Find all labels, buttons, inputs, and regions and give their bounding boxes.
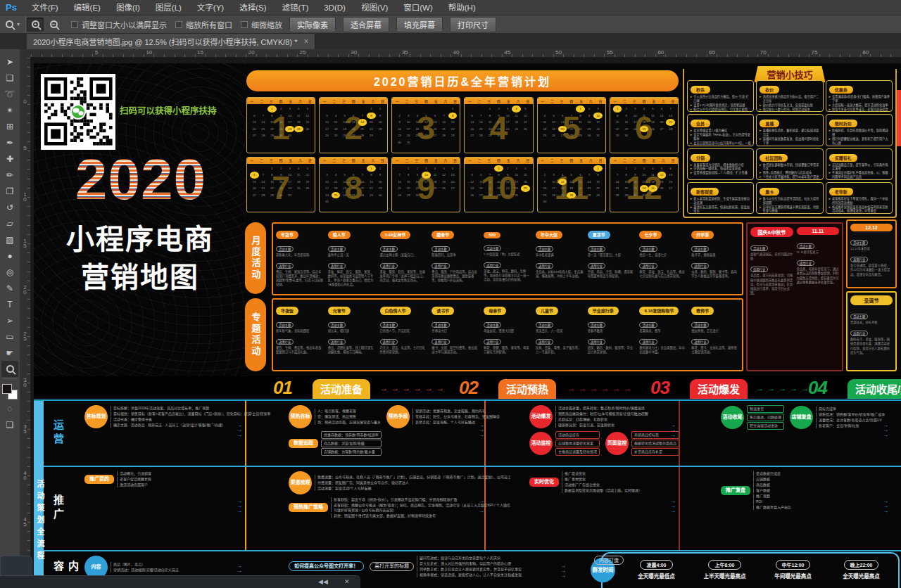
- document-tab[interactable]: 2020小程序电商营销地图.jpg @ 12.5% (扫码可以获得小程序扶持, …: [27, 34, 315, 49]
- blur-tool[interactable]: ●: [1, 248, 18, 264]
- checkbox-1[interactable]: [175, 21, 182, 28]
- menu-item-图层[interactable]: 图层(L): [148, 0, 189, 15]
- quick-mask-button[interactable]: ◌: [1, 400, 18, 416]
- day-cell: 11: [521, 172, 530, 179]
- day-cell: 20: [250, 185, 259, 192]
- pen-tool[interactable]: ✎: [1, 280, 18, 296]
- festival-box-12.12: 12.12活动主题12.12年末狂欢适用行业各行业通用，延续双11热度，作12月…: [850, 224, 893, 277]
- month-card-1: 一二三四五六日112345678910111213141516171819202…: [246, 97, 315, 153]
- day-cell: 21: [567, 126, 576, 133]
- day-cell: 5: [467, 172, 477, 179]
- checkbox-label: 调整窗口大小以满屏显示: [82, 19, 167, 30]
- day-cell: 24: [593, 126, 603, 133]
- day-cell: 10: [549, 179, 558, 186]
- options-button-填充屏幕[interactable]: 填充屏幕: [396, 17, 443, 32]
- festival-card-读书节: 读书节活动主题世界读书日适用行业图书、文创、知识付费等，推出阅读书单与满减活动。: [429, 301, 481, 369]
- close-icon[interactable]: ✕: [344, 578, 350, 585]
- path-selection-tool[interactable]: ➢: [1, 312, 18, 328]
- hruler-tick: 75: [812, 49, 818, 56]
- menu-item-图像[interactable]: 图像(I): [108, 0, 148, 15]
- mindmap-items: 目标完成率销售情况：销售额/客单价/转化率/推广成本流量情况：总访客数/各渠道占…: [816, 407, 885, 428]
- month-weekday-row: 一二三四五六日: [392, 98, 460, 104]
- menu-item-选择[interactable]: 选择(S): [232, 0, 274, 15]
- day-cell: 15: [494, 179, 503, 186]
- vruler-tick: 30: [22, 377, 28, 387]
- industry-tag: 适用行业: [639, 263, 657, 269]
- mindmap-item: 营销活动：优惠券预发、定金膨胀、预约有礼: [412, 409, 500, 414]
- options-button-实际像素[interactable]: 实际像素: [289, 17, 336, 32]
- checkbox-0[interactable]: [71, 21, 78, 28]
- day-cell: 7: [259, 172, 268, 179]
- month-days: 1234567891011121314151617181920212223242…: [392, 104, 460, 147]
- bottom-overlay-strip[interactable]: ◀◀ ✕: [0, 575, 360, 588]
- tab-close-icon[interactable]: ×: [303, 37, 308, 46]
- zoom-tool-preset[interactable]: ▾: [0, 15, 26, 33]
- quick-selection-tool[interactable]: ✴: [1, 102, 18, 118]
- menu-item-文件[interactable]: 文件(F): [24, 0, 66, 15]
- marquee-tool[interactable]: ❏: [1, 70, 18, 86]
- dodge-tool[interactable]: ◎: [1, 264, 18, 280]
- menu-item-窗口[interactable]: 窗口(W): [396, 0, 441, 15]
- clone-stamp-tool[interactable]: ❐: [1, 183, 18, 199]
- document-canvas[interactable]: 扫码可以获得小程序扶持 2020 小程序电商 营销地图 2020营销日历&全年营…: [31, 58, 901, 588]
- day-cell: 11: [332, 179, 341, 186]
- weekday: 一: [396, 158, 399, 162]
- day-cell: 30: [585, 132, 594, 139]
- foreground-color[interactable]: [2, 384, 12, 394]
- bottom-overlay-tab[interactable]: [0, 556, 32, 576]
- day-cell: 26: [521, 126, 530, 133]
- brush-tool[interactable]: ✏: [1, 167, 18, 183]
- rewind-icon[interactable]: ◀◀: [318, 578, 328, 585]
- color-swatches[interactable]: [1, 383, 18, 400]
- vertical-ruler[interactable]: 051015202530354045: [20, 58, 31, 588]
- horizontal-ruler[interactable]: 5101520253035404550556065707580: [31, 49, 901, 58]
- menu-item-编辑[interactable]: 编辑(E): [66, 0, 108, 15]
- type-tool[interactable]: T: [1, 296, 18, 312]
- shape-tool[interactable]: ▭: [1, 328, 18, 345]
- festival-card-开学季: 开学季活动主题秋开学，焕新装备适用行业文具、数码、服饰、图书等，面向学生人群推出…: [689, 225, 741, 293]
- eraser-tool[interactable]: ▱: [1, 215, 18, 231]
- menu-item-滤镜[interactable]: 滤镜(T): [275, 0, 317, 15]
- lasso-tool[interactable]: ➰: [1, 86, 18, 102]
- menu-item-帮助[interactable]: 帮助(H): [441, 0, 484, 15]
- day-cell: 3: [631, 106, 640, 113]
- day-cell: 25: [332, 192, 341, 199]
- zoom-out-button[interactable]: −: [45, 18, 62, 32]
- menu-item-视图[interactable]: 视图(V): [353, 0, 396, 15]
- theme-tag: 活动主题: [850, 240, 868, 245]
- healing-brush-tool[interactable]: ✚: [1, 151, 18, 167]
- options-button-适合屏幕[interactable]: 适合屏幕: [343, 17, 389, 32]
- month-weekday-row: 一二三四五六日: [610, 158, 678, 164]
- weekday: 三: [560, 99, 564, 103]
- theme-tag: 活动主题: [328, 322, 346, 328]
- checkbox-2[interactable]: [241, 21, 248, 28]
- day-cell: 28: [486, 192, 495, 199]
- history-brush-tool[interactable]: ↺: [1, 199, 18, 215]
- menu-item-文字[interactable]: 文字(Y): [189, 0, 232, 15]
- zoom-tool[interactable]: [1, 361, 18, 377]
- tip-label: 秒杀: [691, 86, 710, 94]
- day-cell: 28: [259, 192, 268, 199]
- weekday: 日: [599, 99, 603, 103]
- day-cell: 15: [267, 179, 277, 186]
- crop-tool[interactable]: ⊞: [1, 118, 18, 134]
- zoom-in-button[interactable]: +: [27, 18, 44, 32]
- hand-tool[interactable]: ☛: [1, 345, 18, 361]
- menu-item-3D[interactable]: 3D(D): [316, 0, 353, 15]
- mindmap-item: 货：爆款测试、热品预售: [315, 414, 381, 419]
- move-tool[interactable]: ➤: [1, 53, 18, 70]
- options-button-打印尺寸[interactable]: 打印尺寸: [450, 17, 496, 32]
- day-cell: 8: [593, 172, 603, 179]
- mindmap-item: 疑问互动式：阅读与自己有关的文章是每个人的天分: [417, 556, 522, 561]
- menu-bar: Ps 文件(F)编辑(E)图像(I)图层(L)文字(Y)选择(S)滤镜(T)3D…: [0, 0, 901, 15]
- weekday: 六: [371, 99, 374, 103]
- festival-pill: 年货节: [276, 231, 298, 239]
- day-cell: 24: [422, 185, 431, 192]
- day-cell: 28: [358, 132, 367, 139]
- day-cell: 6: [349, 172, 358, 179]
- screen-mode-button[interactable]: ❏: [1, 416, 18, 433]
- gradient-tool[interactable]: ▧: [1, 231, 18, 248]
- festival-industry: 全品类，电商年度狂欢节，通过多类玩法的预售叠加促销，同时为避免压货风险，提前备货…: [797, 267, 840, 285]
- day-cell: 2: [277, 165, 286, 172]
- eyedropper-tool[interactable]: ✒: [1, 134, 18, 151]
